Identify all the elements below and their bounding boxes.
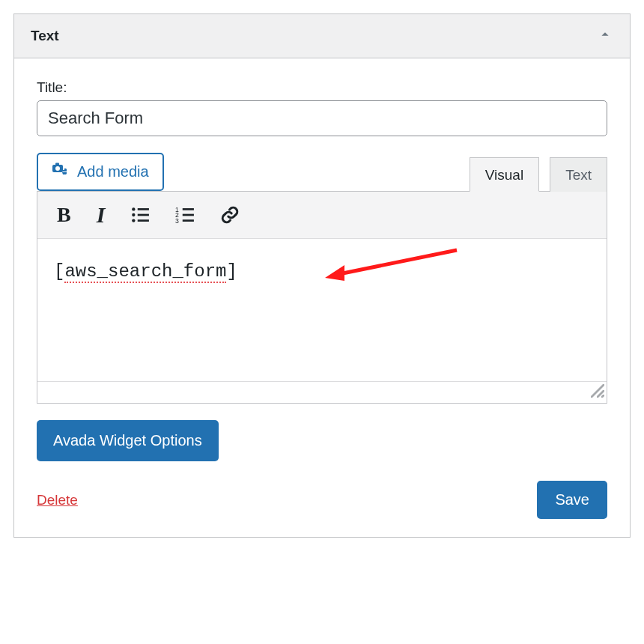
editor-toolbar: B I 123	[37, 192, 607, 239]
widget-body: Title: Add media Visual Text B I	[14, 58, 630, 537]
numbered-list-button[interactable]: 123	[175, 205, 195, 225]
resize-grip-icon[interactable]	[591, 384, 604, 401]
svg-text:3: 3	[175, 217, 179, 225]
avada-widget-options-button[interactable]: Avada Widget Options	[37, 420, 219, 461]
svg-line-15	[335, 250, 457, 275]
resize-strip	[37, 381, 607, 403]
text-widget-panel: Text Title: Add media Visual Text	[13, 13, 631, 538]
editor-content[interactable]: [aws_search_form]	[37, 239, 607, 381]
svg-point-4	[133, 213, 136, 216]
widget-title: Text	[31, 28, 59, 44]
delete-link[interactable]: Delete	[37, 492, 78, 508]
svg-point-3	[133, 207, 136, 210]
bulleted-list-button[interactable]	[130, 205, 150, 225]
tab-visual[interactable]: Visual	[470, 157, 539, 192]
title-input[interactable]	[37, 100, 607, 136]
save-button[interactable]: Save	[537, 481, 607, 519]
link-button[interactable]	[220, 205, 240, 225]
annotation-arrow	[322, 246, 464, 287]
camera-icon	[52, 161, 70, 183]
shortcode-text: [aws_search_form]	[54, 261, 237, 283]
svg-rect-2	[55, 163, 59, 165]
tab-text[interactable]: Text	[550, 157, 607, 192]
add-media-label: Add media	[77, 163, 149, 180]
svg-marker-16	[325, 265, 344, 281]
shortcode-inner: aws_search_form	[64, 261, 226, 283]
svg-point-1	[55, 166, 60, 171]
add-media-button[interactable]: Add media	[37, 153, 164, 191]
title-label: Title:	[37, 79, 607, 96]
bold-button[interactable]: B	[57, 203, 71, 227]
widget-header[interactable]: Text	[14, 14, 630, 58]
italic-button[interactable]: I	[97, 202, 106, 228]
svg-point-5	[133, 219, 136, 222]
editor-tabs: Visual Text	[470, 157, 607, 192]
editor: B I 123 [aws_search_form]	[37, 191, 607, 404]
collapse-icon	[597, 26, 613, 46]
widget-footer: Delete Save	[37, 481, 607, 519]
